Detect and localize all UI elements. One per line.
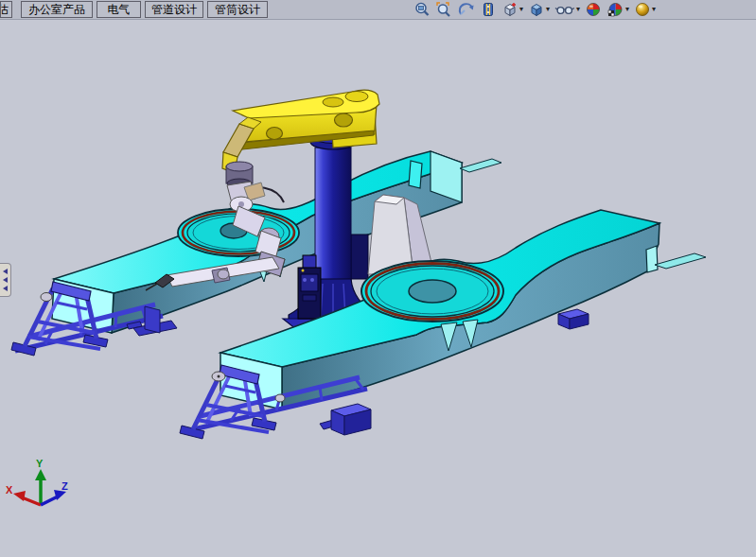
command-tabs: 估 办公室产品 电气 管道设计 管筒设计	[0, 0, 272, 19]
beam-front-right-end-face[interactable]	[646, 246, 658, 272]
tab-electrical[interactable]: 电气	[97, 1, 141, 18]
ring-front-center-hole[interactable]	[409, 280, 456, 303]
command-manager-bar: 估 办公室产品 电气 管道设计 管筒设计	[0, 0, 756, 20]
eyeglasses-icon	[554, 1, 575, 18]
rotate-view-button[interactable]	[456, 1, 476, 18]
rear-navy-block[interactable]	[351, 235, 368, 279]
pivot-disc	[41, 293, 52, 302]
zoom-to-fit-icon	[413, 1, 431, 18]
tab-office-products[interactable]: 办公室产品	[21, 1, 93, 18]
boom-side-hole	[267, 128, 283, 140]
3d-drawing-view-icon	[480, 1, 497, 18]
display-style-icon	[528, 1, 545, 18]
display-style-button[interactable]: ▾	[527, 1, 551, 18]
column-shaft[interactable]	[315, 148, 351, 284]
z-axis-label: Z	[62, 480, 68, 492]
boom-side-hole	[335, 113, 353, 127]
counterweight-hole	[345, 92, 368, 102]
apply-scene-icon	[585, 1, 602, 18]
dropdown-arrow-icon[interactable]: ▾	[576, 6, 580, 13]
collapse-left-arrow-icon	[3, 286, 8, 291]
dropdown-arrow-icon[interactable]: ▾	[652, 6, 656, 13]
view-heads-up-toolbar: ▾ ▾ ▾	[413, 0, 657, 19]
zoom-to-fit-button[interactable]	[413, 1, 431, 18]
cad-application-window: Y X Z 估 办公室产品 电气 管道设计 管筒设计	[0, 0, 756, 557]
edit-appearance-button[interactable]: ▾	[606, 1, 630, 18]
view-orientation-button[interactable]: ▾	[501, 1, 524, 18]
dropdown-arrow-icon[interactable]: ▾	[625, 6, 629, 13]
rotate-view-icon	[457, 1, 475, 18]
ring-seat-front[interactable]	[361, 261, 503, 322]
tab-tubing-design[interactable]: 管筒设计	[207, 1, 268, 18]
tab-piping-design[interactable]: 管道设计	[145, 1, 203, 18]
zoom-to-area-icon	[435, 1, 452, 18]
zoom-to-area-button[interactable]	[434, 1, 453, 18]
view-settings-button[interactable]: ▾	[633, 1, 657, 18]
y-axis-label: Y	[36, 458, 44, 469]
panel-splitter-handle[interactable]	[0, 263, 11, 297]
edit-appearance-icon	[607, 1, 624, 18]
3d-drawing-view-button[interactable]	[479, 1, 498, 18]
view-settings-icon	[634, 1, 651, 18]
dropdown-arrow-icon[interactable]: ▾	[519, 6, 523, 13]
tab-partial[interactable]: 估	[0, 1, 12, 18]
beam-rear-vertical-fin[interactable]	[409, 161, 422, 188]
hide-show-items-button[interactable]: ▾	[554, 1, 581, 18]
view-orientation-icon	[501, 1, 519, 18]
apply-scene-button[interactable]	[584, 1, 603, 18]
x-axis-label: X	[6, 484, 13, 496]
dropdown-arrow-icon[interactable]: ▾	[546, 6, 550, 13]
pivot-disc	[275, 394, 285, 402]
counterweight-hole	[323, 97, 343, 107]
collapse-left-arrow-icon	[3, 277, 8, 283]
collapse-left-arrow-icon	[3, 269, 8, 274]
3d-viewport[interactable]: Y X Z	[0, 0, 756, 557]
